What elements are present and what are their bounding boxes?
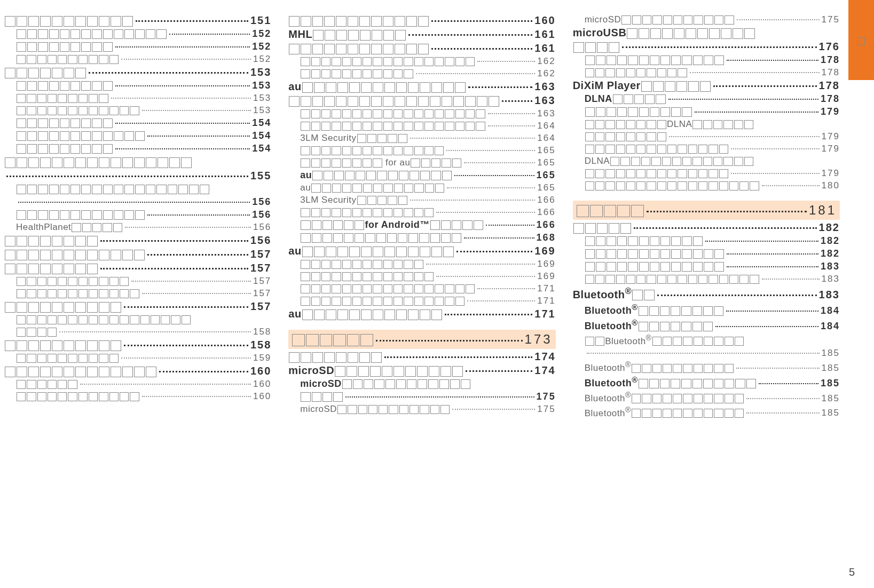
toc-entry-page: 153 xyxy=(252,80,271,91)
toc-columns: 1511521521521531531531531541541541551561… xyxy=(4,13,840,418)
toc-entry-page: 182 xyxy=(819,221,840,234)
toc-entry: 155 xyxy=(4,170,271,182)
toc-entry: 185 xyxy=(573,348,840,359)
toc-entry: 178 xyxy=(573,54,840,66)
toc-entry-page: 168 xyxy=(537,232,556,243)
toc-entry-label: 3LM Security xyxy=(300,195,408,205)
toc-entry-label xyxy=(4,300,122,313)
toc-entry-page: 185 xyxy=(822,363,840,374)
toc-entry: 169 xyxy=(288,259,555,269)
toc-entry-label: microUSB xyxy=(573,27,756,39)
toc-entry: 153 xyxy=(4,80,271,91)
toc-entry-label: microSD xyxy=(300,404,450,415)
toc-entry: 153 xyxy=(4,105,271,116)
toc-leader-dots xyxy=(100,240,248,242)
toc-entry-page: 156 xyxy=(250,234,271,247)
toc-entry: 156 xyxy=(4,209,271,220)
toc-entry: 159 xyxy=(4,353,271,363)
toc-entry: 178 xyxy=(573,67,840,78)
toc-leader-dots xyxy=(727,60,818,61)
toc-entry-label xyxy=(4,248,145,260)
toc-entry-page: 166 xyxy=(537,207,555,218)
toc-leader-dots xyxy=(736,368,820,369)
toc-entry-label: au xyxy=(288,308,442,320)
toc-entry: 183 xyxy=(573,261,840,272)
toc-entry-label: microSD xyxy=(300,378,471,390)
toc-entry-page: 165 xyxy=(537,170,556,181)
toc-entry-page: 171 xyxy=(537,296,555,306)
toc-entry-page: 169 xyxy=(537,271,555,282)
toc-entry-label xyxy=(16,41,113,52)
toc-leader-dots xyxy=(762,185,820,186)
toc-entry-page: 158 xyxy=(250,339,271,351)
toc-entry-label: DLNA xyxy=(585,119,754,130)
toc-entry: 179 xyxy=(573,144,840,154)
toc-entry-label xyxy=(300,296,465,306)
toc-leader-dots xyxy=(464,237,534,239)
toc-entry-page: 160 xyxy=(250,365,271,377)
toc-entry: HealthPlanet156 xyxy=(4,222,271,233)
toc-leader-dots xyxy=(762,279,820,280)
toc-entry-page: 160 xyxy=(534,14,555,27)
toc-leader-dots xyxy=(759,383,818,384)
toc-leader-dots xyxy=(486,225,534,226)
toc-entry-page: 161 xyxy=(534,42,555,54)
toc-entry-label xyxy=(16,117,113,129)
toc-leader-dots xyxy=(136,20,248,22)
toc-entry-page: 179 xyxy=(822,131,840,142)
toc-entry-page: 153 xyxy=(250,66,271,78)
toc-entry-page: 152 xyxy=(252,41,271,52)
toc-leader-dots xyxy=(746,398,819,399)
toc-entry-page: 175 xyxy=(537,391,556,402)
toc-entry-label: microSD xyxy=(288,364,463,377)
toc-entry: 176 xyxy=(573,41,840,53)
toc-leader-dots xyxy=(169,34,250,35)
toc-entry: 164 xyxy=(288,121,555,131)
toc-entry-page: 161 xyxy=(534,28,555,41)
toc-entry: microSD xyxy=(288,378,555,390)
toc-entry-page: 163 xyxy=(534,81,555,93)
toc-leader-dots xyxy=(115,46,250,47)
toc-entry: au171 xyxy=(288,308,555,320)
toc-entry-page: 178 xyxy=(822,67,840,78)
toc-entry: Bluetooth®184 xyxy=(573,303,840,316)
toc-entry-label xyxy=(300,259,424,269)
toc-entry-page: 179 xyxy=(821,106,840,117)
toc-entry-page: 157 xyxy=(250,248,271,260)
toc-leader-dots xyxy=(111,98,251,99)
toc-entry-page: 152 xyxy=(252,28,271,39)
toc-entry-page: 166 xyxy=(537,219,556,231)
toc-leader-dots xyxy=(410,200,535,201)
toc-entry-label: DLNA xyxy=(585,93,666,105)
toc-entry-label xyxy=(16,314,191,325)
side-tab-label xyxy=(857,37,865,45)
toc-entry-label xyxy=(4,234,98,247)
toc-entry: 156 xyxy=(4,234,271,247)
toc-entry: 160 xyxy=(4,391,271,402)
toc-leader-dots xyxy=(466,370,532,372)
toc-entry: Bluetooth®184 xyxy=(573,318,840,332)
toc-entry: DLNA178 xyxy=(573,93,840,105)
toc-entry-label xyxy=(300,68,413,79)
toc-entry-page: 165 xyxy=(537,157,555,168)
toc-entry-label: au xyxy=(300,170,452,181)
toc-entry: DiXiM Player178 xyxy=(573,80,840,92)
toc-entry: Bluetooth®183 xyxy=(573,286,840,301)
toc-entry-page: 156 xyxy=(252,196,271,208)
toc-leader-dots xyxy=(467,300,535,301)
toc-leader-dots xyxy=(468,86,533,88)
toc-entry-page: 178 xyxy=(821,93,840,105)
toc-entry-label xyxy=(16,105,140,116)
toc-entry: 154 xyxy=(4,130,271,141)
toc-leader-dots xyxy=(125,227,251,228)
toc-entry-label xyxy=(16,379,78,390)
toc-entry xyxy=(4,156,271,168)
toc-entry: 152 xyxy=(4,54,271,65)
toc-entry-label xyxy=(585,67,688,78)
toc-entry-page: 179 xyxy=(822,168,840,179)
toc-entry-label xyxy=(300,145,444,156)
toc-entry-page: 160 xyxy=(253,379,271,390)
toc-entry-label xyxy=(288,14,429,27)
toc-leader-dots xyxy=(695,112,818,113)
toc-entry-label: Bluetooth® xyxy=(585,360,734,374)
